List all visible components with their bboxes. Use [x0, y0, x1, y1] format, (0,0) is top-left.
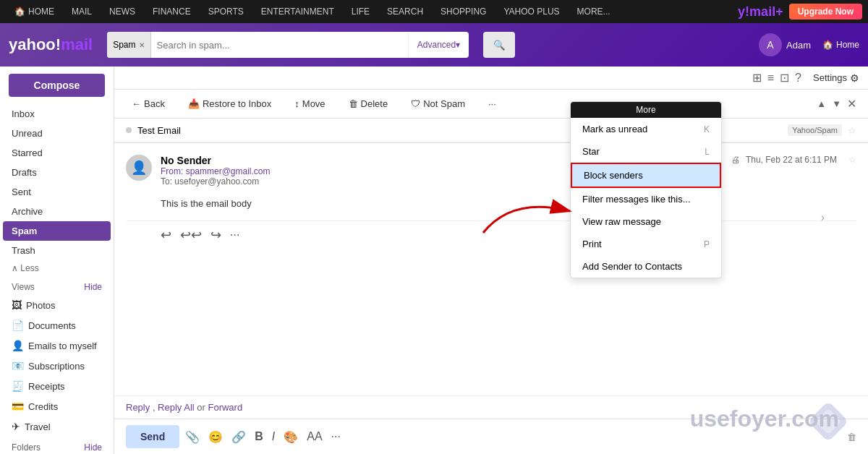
- color-icon[interactable]: 🎨: [284, 430, 298, 444]
- advanced-search-button[interactable]: Advanced ▾: [408, 32, 469, 58]
- nav-shopping[interactable]: SHOPPING: [432, 0, 495, 23]
- sidebar-item-receipts[interactable]: 🧾 Receipts: [0, 376, 114, 396]
- views-hide-button[interactable]: Hide: [84, 282, 102, 292]
- expand-panel-button[interactable]: ›: [821, 211, 825, 224]
- mark-unread-label: Mark as unread: [582, 124, 647, 134]
- send-button[interactable]: Send: [126, 425, 179, 448]
- sidebar-item-inbox[interactable]: Inbox: [0, 104, 114, 124]
- photos-label: Photos: [26, 300, 55, 311]
- search-tag-close[interactable]: ✕: [139, 41, 145, 49]
- reply-all-link[interactable]: Reply All: [158, 402, 195, 413]
- sidebar-item-trash[interactable]: Trash: [0, 241, 114, 260]
- nav-sports[interactable]: SPORTS: [200, 0, 252, 23]
- move-button[interactable]: ↕ Move: [289, 95, 331, 112]
- reply-all-icon-button[interactable]: ↩↩: [180, 227, 202, 243]
- search-tag-label: Spam: [113, 40, 135, 50]
- view-raw-label: View raw message: [582, 216, 661, 227]
- reply-icon-button[interactable]: ↩: [161, 227, 171, 243]
- sidebar-item-drafts[interactable]: Drafts: [0, 163, 114, 182]
- sidebar-item-subscriptions[interactable]: 📧 Subscriptions: [0, 356, 114, 376]
- sidebar-item-unread[interactable]: Unread: [0, 124, 114, 143]
- chevron-down-icon: ▾: [456, 40, 460, 50]
- nav-news[interactable]: NEWS: [101, 0, 144, 23]
- delete-draft-button[interactable]: 🗑: [847, 432, 856, 442]
- mark-unread-item[interactable]: Mark as unread K: [571, 118, 721, 140]
- print-icon[interactable]: 🖨: [731, 155, 740, 165]
- compose-toolbar: 📎 😊 🔗 B I 🎨 AA ···: [185, 430, 341, 444]
- sidebar-item-photos[interactable]: 🖼 Photos: [0, 295, 114, 315]
- view-raw-message-item[interactable]: View raw message: [571, 210, 721, 233]
- nav-search[interactable]: SEARCH: [378, 0, 432, 23]
- panel-icon-3[interactable]: ⊡: [780, 71, 789, 85]
- sent-label: Sent: [12, 187, 31, 197]
- more-button[interactable]: ···: [482, 95, 502, 112]
- filter-messages-item[interactable]: Filter messages like this...: [571, 188, 721, 210]
- print-item[interactable]: Print P: [571, 233, 721, 255]
- sidebar-less-toggle[interactable]: ∧ Less: [0, 260, 114, 276]
- restore-to-inbox-button[interactable]: 📥 Restore to Inbox: [182, 95, 277, 112]
- reply-link[interactable]: Reply: [126, 402, 150, 413]
- prev-email-button[interactable]: ▲: [817, 98, 826, 109]
- ymail-plus-logo: y!mail+: [738, 4, 783, 20]
- credits-icon: 💳: [12, 401, 24, 412]
- user-account[interactable]: A Adam: [759, 33, 811, 56]
- panel-icon-2[interactable]: ≡: [767, 72, 774, 85]
- sidebar-item-emails-to-myself[interactable]: 👤 Emails to myself: [0, 335, 114, 356]
- next-email-button[interactable]: ▼: [832, 98, 841, 109]
- more-format-icon[interactable]: ···: [331, 430, 341, 443]
- dropdown-header: More: [571, 102, 721, 118]
- sidebar-item-spam[interactable]: Spam: [3, 221, 111, 241]
- sidebar-item-credits[interactable]: 💳 Credits: [0, 396, 114, 416]
- sidebar-item-sent[interactable]: Sent: [0, 182, 114, 202]
- upgrade-button[interactable]: Upgrade Now: [789, 4, 862, 20]
- settings-label[interactable]: Settings: [813, 72, 847, 83]
- nav-home[interactable]: 🏠 HOME: [6, 0, 63, 23]
- home-button[interactable]: 🏠 Home: [822, 40, 859, 50]
- search-submit-button[interactable]: 🔍: [483, 32, 515, 58]
- nav-life[interactable]: LIFE: [343, 0, 378, 23]
- nav-yahoo-plus[interactable]: YAHOO PLUS: [495, 0, 568, 23]
- email-star-viewer[interactable]: ☆: [848, 155, 856, 165]
- attach-file-icon[interactable]: 📎: [185, 430, 200, 444]
- forward-icon-button[interactable]: ↪: [210, 227, 221, 243]
- link-icon[interactable]: 🔗: [231, 430, 246, 444]
- email-star-button[interactable]: ☆: [848, 125, 856, 136]
- close-email-button[interactable]: ✕: [847, 97, 856, 111]
- nav-entertainment[interactable]: ENTERTAINMENT: [252, 0, 343, 23]
- sidebar-item-starred[interactable]: Starred: [0, 143, 114, 163]
- sidebar-item-travel[interactable]: ✈ Travel: [0, 416, 114, 437]
- italic-icon[interactable]: I: [272, 430, 275, 443]
- bold-icon[interactable]: B: [255, 430, 263, 443]
- email-actions-more-button[interactable]: ···: [230, 228, 239, 241]
- font-size-icon[interactable]: AA: [307, 430, 322, 443]
- search-bar-container: Spam ✕ Advanced ▾: [107, 32, 469, 58]
- settings-gear-icon[interactable]: ⚙: [850, 72, 859, 84]
- top-navigation: 🏠 HOME MAIL NEWS FINANCE SPORTS ENTERTAI…: [0, 0, 868, 23]
- nav-more[interactable]: MORE...: [569, 0, 619, 23]
- panel-icon-4[interactable]: ?: [795, 72, 801, 85]
- search-input[interactable]: [151, 40, 408, 51]
- emoji-icon[interactable]: 😊: [208, 430, 223, 444]
- panel-icon-1[interactable]: ⊞: [752, 71, 762, 85]
- nav-finance[interactable]: FINANCE: [144, 0, 200, 23]
- sidebar-item-documents[interactable]: 📄 Documents: [0, 315, 114, 335]
- starred-label: Starred: [12, 147, 43, 158]
- delete-button[interactable]: 🗑 Delete: [343, 95, 394, 112]
- email-list-item[interactable]: Test Email Yahoo/Spam ☆: [114, 119, 868, 142]
- toolbar-right-actions: ▲ ▼ ✕: [817, 97, 856, 111]
- delete-icon: 🗑: [349, 98, 358, 109]
- block-senders-item[interactable]: Block senders: [571, 163, 721, 188]
- search-icon: 🔍: [493, 40, 506, 51]
- sidebar-item-archive[interactable]: Archive: [0, 202, 114, 221]
- compose-button[interactable]: Compose: [9, 74, 105, 97]
- folders-hide-button[interactable]: Hide: [84, 442, 102, 453]
- nav-mail[interactable]: MAIL: [63, 0, 101, 23]
- add-sender-contacts-item[interactable]: Add Sender to Contacts: [571, 255, 721, 278]
- forward-link[interactable]: Forward: [208, 402, 242, 413]
- action-icons-row: ↩ ↩↩ ↪ ···: [126, 220, 856, 249]
- not-spam-button[interactable]: 🛡 Not Spam: [405, 95, 471, 112]
- back-button[interactable]: ← Back: [126, 95, 171, 112]
- receipts-icon: 🧾: [12, 380, 24, 392]
- print-shortcut: P: [704, 239, 710, 249]
- star-item[interactable]: Star L: [571, 140, 721, 163]
